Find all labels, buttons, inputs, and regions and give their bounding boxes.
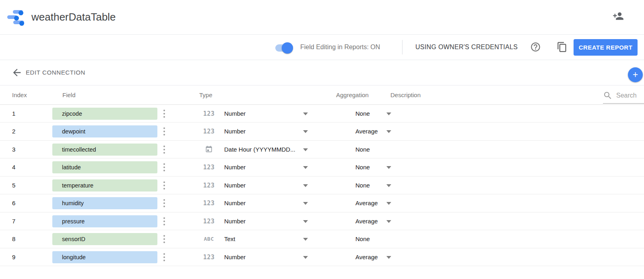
datasource-title[interactable]: weatherDataTable	[31, 10, 116, 23]
aggregation-value: None	[355, 230, 370, 248]
data-studio-logo-icon	[7, 9, 27, 25]
field-options-menu-icon[interactable]	[162, 108, 166, 119]
header-type: Type	[199, 85, 213, 104]
menu-dot	[163, 146, 165, 147]
search-box[interactable]	[603, 88, 644, 104]
field-name-chip[interactable]: timecollected	[52, 144, 157, 156]
text-type-icon: ABC	[201, 230, 217, 248]
aggregation-value[interactable]: Average	[355, 248, 378, 266]
type-value[interactable]: Number	[224, 123, 301, 140]
field-options-menu-icon[interactable]	[162, 126, 166, 137]
datasource-page: weatherDataTable Field Editing in Report…	[0, 0, 644, 279]
menu-dot	[163, 199, 165, 201]
aggregation-dropdown-icon[interactable]	[386, 184, 391, 187]
field-name-chip[interactable]: pressure	[52, 215, 157, 227]
back-arrow-icon[interactable]	[11, 67, 23, 78]
aggregation-value[interactable]: None	[355, 177, 370, 194]
table-row: 3timecollectedDate Hour (YYYYMMDD...None	[0, 141, 644, 158]
field-name-chip[interactable]: dewpoint	[52, 125, 157, 137]
field-name-chip[interactable]: zipcode	[52, 108, 157, 120]
number-type-icon: 123	[201, 177, 217, 194]
aggregation-value[interactable]: None	[355, 158, 370, 176]
field-name-chip[interactable]: humidity	[52, 197, 157, 209]
type-dropdown-icon[interactable]	[303, 220, 308, 223]
menu-dot	[163, 217, 165, 219]
toolbar-divider	[402, 40, 402, 54]
aggregation-dropdown-icon[interactable]	[386, 256, 391, 259]
search-icon	[603, 91, 613, 100]
field-options-menu-icon[interactable]	[162, 144, 166, 155]
field-options-menu-icon[interactable]	[162, 234, 166, 244]
add-field-button[interactable]: +	[628, 67, 643, 82]
field-name-chip[interactable]: sensorID	[52, 233, 157, 245]
row-index: 4	[12, 158, 15, 176]
aggregation-value[interactable]: Average	[355, 123, 378, 140]
type-dropdown-icon[interactable]	[303, 238, 308, 241]
search-input[interactable]	[616, 92, 644, 99]
type-dropdown-icon[interactable]	[303, 202, 308, 205]
aggregation-dropdown-icon[interactable]	[386, 220, 391, 223]
menu-dot	[163, 185, 165, 186]
type-value[interactable]: Number	[224, 194, 301, 212]
field-name-chip[interactable]: longitude	[52, 251, 157, 263]
type-dropdown-icon[interactable]	[303, 112, 308, 115]
share-person-add-icon[interactable]	[613, 10, 624, 22]
table-row: 8sensorIDABCTextNone	[0, 230, 644, 248]
copy-datasource-icon[interactable]	[557, 42, 568, 52]
row-index: 9	[12, 248, 15, 266]
number-type-icon: 123	[201, 158, 217, 176]
field-options-menu-icon[interactable]	[162, 198, 166, 208]
aggregation-dropdown-icon[interactable]	[386, 112, 391, 115]
field-options-menu-icon[interactable]	[162, 216, 166, 227]
aggregation-value[interactable]: Average	[355, 194, 378, 212]
type-value[interactable]: Text	[224, 230, 301, 248]
field-options-menu-icon[interactable]	[162, 252, 166, 262]
field-name-chip[interactable]: temperature	[52, 179, 157, 192]
menu-dot	[163, 188, 165, 189]
type-dropdown-icon[interactable]	[303, 130, 308, 133]
menu-dot	[163, 170, 165, 171]
toggle-knob	[282, 42, 293, 54]
menu-dot	[163, 131, 165, 132]
edit-connection-link[interactable]: EDIT CONNECTION	[26, 60, 85, 85]
type-value[interactable]: Number	[224, 105, 301, 123]
menu-dot	[163, 134, 165, 135]
type-dropdown-icon[interactable]	[303, 184, 308, 187]
type-value[interactable]: Number	[224, 248, 301, 266]
menu-dot	[163, 260, 165, 261]
type-value[interactable]: Date Hour (YYYYMMDD...	[224, 141, 301, 158]
calendar-type-icon	[201, 141, 217, 158]
help-icon[interactable]	[530, 42, 541, 52]
field-options-menu-icon[interactable]	[162, 162, 166, 173]
menu-dot	[163, 127, 165, 129]
number-type-icon: 123	[201, 212, 217, 230]
aggregation-value[interactable]: None	[355, 105, 370, 123]
type-dropdown-icon[interactable]	[303, 148, 308, 151]
connection-bar	[0, 60, 644, 85]
menu-dot	[163, 235, 165, 237]
aggregation-value[interactable]: Average	[355, 212, 378, 230]
field-options-menu-icon[interactable]	[162, 180, 166, 191]
menu-dot	[163, 167, 165, 168]
type-dropdown-icon[interactable]	[303, 166, 308, 169]
row-index: 5	[12, 177, 15, 194]
menu-dot	[163, 206, 165, 207]
row-index: 7	[12, 212, 15, 230]
table-row: 6humidity123NumberAverage	[0, 194, 644, 212]
menu-dot	[163, 202, 165, 204]
logo-dot	[19, 21, 24, 26]
aggregation-dropdown-icon[interactable]	[386, 202, 391, 205]
header-aggregation: Aggregation	[336, 85, 369, 104]
type-dropdown-icon[interactable]	[303, 256, 308, 259]
type-value[interactable]: Number	[224, 177, 301, 194]
type-value[interactable]: Number	[224, 212, 301, 230]
create-report-button[interactable]: CREATE REPORT	[574, 39, 638, 56]
field-editing-toggle[interactable]	[275, 44, 293, 52]
field-name-chip[interactable]: latitude	[52, 161, 157, 173]
table-header: Index Field Type Aggregation Description	[0, 85, 644, 105]
number-type-icon: 123	[201, 194, 217, 212]
aggregation-dropdown-icon[interactable]	[386, 130, 391, 133]
table-row: 9longitude123NumberAverage	[0, 248, 644, 266]
type-value[interactable]: Number	[224, 158, 301, 176]
aggregation-dropdown-icon[interactable]	[386, 166, 391, 169]
